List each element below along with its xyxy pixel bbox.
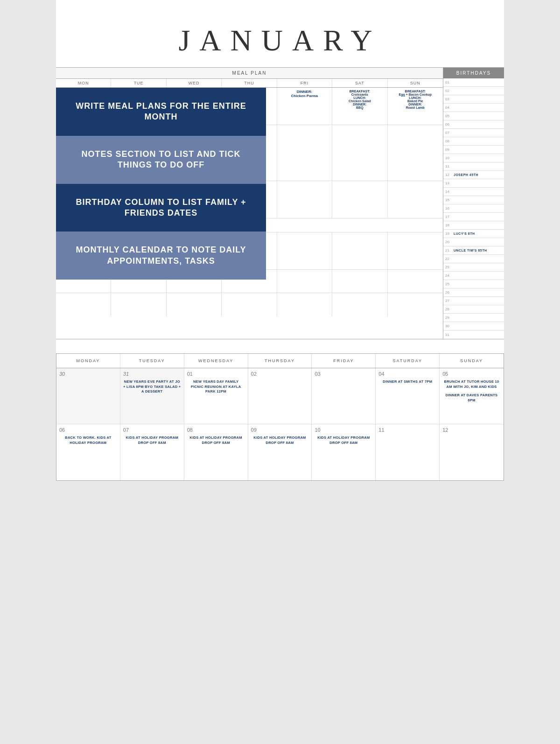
section-gap: [56, 339, 504, 353]
meal-cell-mon-6: [56, 293, 111, 316]
meal-cell-sat-6: [332, 293, 387, 316]
cal-event-dec31: NEW YEARS EVE PARTY AT JO + LISA 6PM BYO…: [123, 379, 181, 394]
cal-event-jan01: NEW YEARS DAY FAMILY PICNIC REUNION AT K…: [187, 379, 245, 394]
meal-cell-sun-3: [388, 181, 443, 218]
cal-date-dec31: 31: [123, 371, 181, 377]
cal-cell-jan07: 07 KIDS AT HOLIDAY PROGRAM DROP OFF 8AM: [120, 424, 184, 480]
bday-row-17: 17: [443, 213, 504, 221]
bday-row-30: 30: [443, 322, 504, 330]
bday-row-01: 01: [443, 78, 504, 87]
meal-cell-sun-4: [388, 232, 443, 269]
cal-cell-jan11: 11: [376, 424, 440, 480]
meal-cell-tue-6: [111, 293, 166, 316]
cal-date-jan08: 08: [187, 427, 245, 433]
bday-row-12: 12JOSEPH 45TH: [443, 171, 504, 179]
day-tue: TUE: [111, 79, 166, 87]
meal-cell-fri-1: DINNER: Chicken Parma: [277, 88, 332, 125]
bday-row-02: 02: [443, 87, 504, 95]
cal-cell-jan12: 12: [440, 424, 504, 480]
cal-cell-jan06: 06 BACK TO WORK. KIDS AT HOLIDAY PROGRAM: [56, 424, 120, 480]
meal-cell-fri-5: [277, 270, 332, 293]
cal-date-jan07: 07: [123, 427, 181, 433]
meal-cell-thu-6: [222, 293, 277, 316]
bday-row-06: 06: [443, 120, 504, 129]
cal-cell-jan09: 09 KIDS AT HOLIDAY PROGRAM DROP OFF 8AM: [248, 424, 312, 480]
feature-text-4: MONTHLY CALENDAR TO NOTE DAILY APPOINTME…: [65, 245, 257, 267]
meal-cell-sun-2: [388, 125, 443, 181]
bday-row-13: 13: [443, 179, 504, 188]
bday-row-15: 15: [443, 196, 504, 204]
bday-row-04: 04: [443, 104, 504, 112]
birthday-rows: 01 02 03 04 05 06 07 08 09 10 11 12JOSEP…: [443, 78, 504, 339]
cal-event-jan06: BACK TO WORK. KIDS AT HOLIDAY PROGRAM: [59, 435, 117, 445]
cal-header-thursday: THURSDAY: [248, 354, 312, 368]
bday-row-16: 16: [443, 204, 504, 213]
cal-header-sunday: SUNDAY: [440, 354, 504, 368]
cal-header-monday: MONDAY: [56, 354, 120, 368]
meal-cell-wed-6: [167, 293, 222, 316]
cal-date-jan11: 11: [378, 427, 436, 433]
feature-text-3: BIRTHDAY COLUMN TO LIST FAMILY + FRIENDS…: [65, 197, 257, 219]
monthly-calendar: MONDAY TUESDAY WEDNESDAY THURSDAY FRIDAY…: [56, 353, 504, 481]
cal-date-jan02: 02: [251, 371, 309, 377]
bday-row-24: 24: [443, 272, 504, 280]
cal-cell-jan05: 05 BRUNCH AT TUTOR HOUSE 10 AM WITH JO, …: [440, 368, 504, 424]
cal-cell-jan10: 10 KIDS AT HOLIDAY PROGRAM DROP OFF 8AM: [312, 424, 376, 480]
day-thu: THU: [222, 79, 277, 87]
birthdays-column: BIRTHDAYS 01 02 03 04 05 06 07 08 09 10 …: [443, 68, 504, 339]
day-fri: FRI: [277, 79, 332, 87]
cal-event-jan09: KIDS AT HOLIDAY PROGRAM DROP OFF 8AM: [251, 435, 309, 445]
meal-cell-sun-1: BREAKFAST: Egg + Bacon Cookup LUNCH: Bak…: [388, 88, 443, 125]
cal-event-jan05b: DINNER AT DAVES PARENTS 6PM: [442, 393, 501, 403]
bday-row-28: 28: [443, 305, 504, 314]
cal-event-jan08: KIDS AT HOLIDAY PROGRAM DROP OFF 8AM: [187, 435, 245, 445]
cal-cell-jan02: 02: [248, 368, 312, 424]
meal-cell-sat-2: [332, 125, 387, 181]
bday-row-27: 27: [443, 297, 504, 305]
bday-row-26: 26: [443, 288, 504, 297]
bday-row-18: 18: [443, 221, 504, 230]
feature-block-birthdays: BIRTHDAY COLUMN TO LIST FAMILY + FRIENDS…: [56, 184, 266, 232]
meal-cell-sun-6: [388, 293, 443, 316]
cal-cell-jan03: 03: [312, 368, 376, 424]
cal-date-jan12: 12: [442, 427, 501, 433]
meal-row-6: [56, 293, 443, 316]
birthdays-header: BIRTHDAYS: [443, 68, 504, 78]
cal-header-tuesday: TUESDAY: [120, 354, 184, 368]
meal-cell-fri-6: [277, 293, 332, 316]
cal-cell-jan04: 04 DINNER AT SMITHS AT 7PM: [376, 368, 440, 424]
meal-cell-sat-5: [332, 270, 387, 293]
cal-header-wednesday: WEDNESDAY: [184, 354, 248, 368]
feature-block-calendar: MONTHLY CALENDAR TO NOTE DAILY APPOINTME…: [56, 232, 266, 280]
feature-block-meal-plans: WRITE MEAL PLANS FOR THE ENTIRE MONTH: [56, 88, 266, 136]
meal-cell-sat-4: [332, 232, 387, 269]
meal-plan-main: MEAL PLAN MON TUE WED THU FRI SAT SUN WR…: [56, 68, 443, 339]
bday-row-21: 21UNCLE TIM'S 65TH: [443, 246, 504, 255]
meal-cell-fri-4: [277, 232, 332, 269]
bday-row-20: 20: [443, 238, 504, 246]
meal-plan-section: MEAL PLAN MON TUE WED THU FRI SAT SUN WR…: [56, 67, 504, 339]
cal-cell-dec30: 30: [56, 368, 120, 424]
cal-header-row: MONDAY TUESDAY WEDNESDAY THURSDAY FRIDAY…: [56, 354, 504, 368]
meal-cell-sun-5: [388, 270, 443, 293]
meal-plan-header: MEAL PLAN: [56, 68, 443, 79]
cal-event-jan04: DINNER AT SMITHS AT 7PM: [378, 379, 436, 385]
bday-row-31: 31: [443, 330, 504, 339]
cal-date-jan04: 04: [378, 371, 436, 377]
meal-plan-label: MEAL PLAN: [56, 68, 443, 78]
cal-date-jan01: 01: [187, 371, 245, 377]
cal-week-1: 30 31 NEW YEARS EVE PARTY AT JO + LISA 6…: [56, 368, 504, 424]
feature-blocks: WRITE MEAL PLANS FOR THE ENTIRE MONTH NO…: [56, 88, 266, 280]
bday-row-19: 19LUCY'S 8TH: [443, 230, 504, 238]
meal-cell-sat-3: [332, 181, 387, 218]
bday-row-11: 11: [443, 162, 504, 171]
bday-row-14: 14: [443, 188, 504, 196]
day-headers-row: MON TUE WED THU FRI SAT SUN: [56, 79, 443, 88]
feature-text-2: NOTES SECTION TO LIST AND TICK THINGS TO…: [65, 149, 257, 171]
cal-date-dec30: 30: [59, 371, 117, 377]
bday-row-23: 23: [443, 263, 504, 272]
bday-row-29: 29: [443, 314, 504, 322]
cal-event-jan05: BRUNCH AT TUTOR HOUSE 10 AM WITH JO, KIM…: [442, 379, 501, 389]
feature-text-1: WRITE MEAL PLANS FOR THE ENTIRE MONTH: [65, 101, 257, 123]
meal-cell-sat-1: BREAKFAST: Croissants LUNCH: Chicken Sal…: [332, 88, 387, 125]
